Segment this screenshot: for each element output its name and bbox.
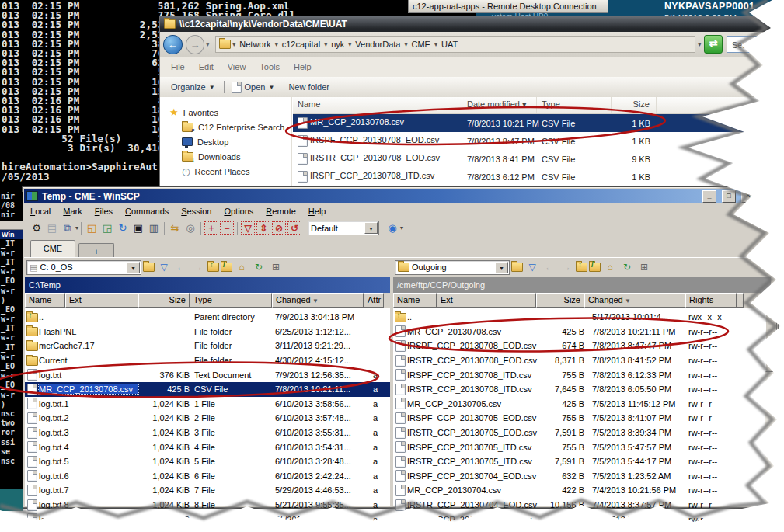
find-files-icon[interactable]: ◎ bbox=[183, 221, 197, 235]
address-dropdown-icon[interactable]: ▾ bbox=[698, 41, 701, 48]
file-row[interactable]: ↑..5/17/2013 10:01:4...rwx--x--x bbox=[393, 310, 771, 325]
breadcrumb-item[interactable]: c12capital bbox=[280, 40, 323, 49]
winscp-menu-mark[interactable]: Mark bbox=[63, 207, 82, 216]
breadcrumb-item[interactable]: nyk bbox=[329, 40, 347, 49]
file-row[interactable]: CurrentFile folder4/30/2012 4:15:12... bbox=[25, 353, 390, 368]
open-folder-icon[interactable] bbox=[511, 263, 523, 272]
forward-icon[interactable]: → bbox=[191, 260, 205, 274]
breadcrumb-item[interactable]: UAT bbox=[439, 40, 460, 49]
file-row[interactable]: MR_CCP_20130704.csv422 B7/4/2013 10:21:5… bbox=[393, 483, 771, 498]
address-book-icon[interactable]: ▤ bbox=[45, 221, 59, 235]
organize-dropdown-icon[interactable]: ▼ bbox=[209, 84, 215, 91]
local-path-bar[interactable]: C:\Temp bbox=[25, 277, 390, 293]
session-tab-cme[interactable]: CME bbox=[30, 240, 75, 257]
column-header-type[interactable]: Type bbox=[537, 97, 612, 113]
file-row[interactable]: ↑..Parent directory7/9/2013 3:04:18 PM bbox=[25, 310, 390, 325]
explorer-menu-item[interactable]: Tools bbox=[260, 62, 280, 71]
winscp-menu-files[interactable]: Files bbox=[95, 207, 113, 216]
remove-from-selection-icon[interactable]: − bbox=[220, 221, 234, 235]
swap-selection-icon[interactable]: ⇕ bbox=[256, 221, 270, 235]
clear-selection-icon[interactable]: ⊘ bbox=[272, 221, 286, 235]
sync-browsing-icon[interactable]: ◉ bbox=[385, 221, 399, 235]
file-row[interactable]: IRSPF_CCP_20130708_EOD.csv7/8/2013 8:47 … bbox=[293, 132, 780, 150]
dropdown-arrow-icon[interactable]: ▾ bbox=[127, 262, 140, 273]
column-header-name[interactable]: Name bbox=[293, 97, 462, 113]
explorer-menu-item[interactable]: Edit bbox=[199, 62, 214, 71]
file-row[interactable]: IRSPF_CCP_20130708_EOD.csv674 B7/8/2013 … bbox=[393, 339, 771, 353]
maximize-button[interactable]: □ bbox=[722, 190, 736, 203]
filter-icon[interactable]: ▽ bbox=[157, 260, 171, 274]
file-row[interactable]: log.txt.41,024 KiB4 File6/10/2013 3:54:3… bbox=[25, 440, 390, 454]
rdp-connection-bar[interactable]: c12-app-uat-apps - Remote Desktop Connec… bbox=[408, 0, 608, 13]
file-row[interactable]: FlashPNLFile folder6/25/2013 1:12:12... bbox=[25, 325, 390, 339]
open-button[interactable]: Open bbox=[245, 82, 266, 92]
copy-icon[interactable]: ⧉ bbox=[61, 221, 75, 235]
file-row[interactable]: log.txt.91,025 KiB5/ /2013a bbox=[25, 512, 390, 527]
winscp-menu-remote[interactable]: Remote bbox=[266, 207, 296, 216]
file-row[interactable]: log.txt.61,024 KiB6 File6/10/2013 2:42:2… bbox=[25, 469, 390, 484]
nav-item-c12-enterprise-search[interactable]: ⌕C12 Enterprise Search bbox=[160, 120, 291, 134]
open-dropdown-icon[interactable]: ▼ bbox=[268, 84, 274, 91]
winscp-menu-options[interactable]: Options bbox=[224, 207, 253, 216]
file-row[interactable]: IRSPF_CCP_20130705_EOD.csv755 B7/5/2013 … bbox=[393, 411, 771, 426]
invert-selection-icon[interactable]: ↺ bbox=[287, 221, 301, 235]
file-row[interactable]: MR_CCP_20130708.csv425 BCSV File7/8/2013… bbox=[25, 382, 390, 397]
abort-icon[interactable]: ◲ bbox=[100, 221, 114, 235]
explorer-title-bar[interactable]: \\c12capital\nyk\VendorData\CME\UAT bbox=[160, 16, 780, 32]
home-icon[interactable]: ⌂ bbox=[603, 260, 617, 274]
file-row[interactable]: IRSPF_CCP_20130708_ITD.csv7/8/2013 6:12 … bbox=[293, 168, 780, 186]
organize-button[interactable]: Organize bbox=[171, 82, 206, 92]
winscp-menu-help[interactable]: Help bbox=[308, 207, 326, 216]
column-header-date-modified[interactable]: Date modified ▾ bbox=[462, 97, 537, 113]
root-folder-icon[interactable]: / bbox=[589, 263, 601, 272]
dropdown-arrow-icon[interactable]: ▾ bbox=[364, 222, 378, 234]
column-header-type[interactable]: Type bbox=[190, 293, 272, 308]
new-tab-button[interactable]: + bbox=[78, 243, 114, 257]
add-to-selection-icon[interactable]: + bbox=[204, 221, 218, 235]
file-row[interactable]: IRSPF_CCP_20130704_ITD.csv707 B7/4/2013 … bbox=[393, 512, 771, 527]
column-header-changed[interactable]: Changed ▼ bbox=[584, 293, 685, 308]
new-folder-button[interactable]: New folder bbox=[288, 82, 329, 92]
nav-item-desktop[interactable]: Desktop bbox=[160, 134, 291, 149]
putty-icon[interactable]: ▥ bbox=[147, 221, 161, 235]
parent-folder-icon[interactable]: ↑ bbox=[207, 263, 219, 272]
winscp-menu-local[interactable]: Local bbox=[30, 207, 51, 216]
history-dropdown-icon[interactable]: ▾ bbox=[206, 41, 209, 48]
column-header-size[interactable]: Size bbox=[536, 293, 584, 308]
file-row[interactable]: IRSPF_CCP_20130705_ITD.csv755 B7/5/2013 … bbox=[393, 440, 771, 454]
nav-item-downloads[interactable]: ↓Downloads bbox=[160, 149, 291, 164]
back-button[interactable]: ← bbox=[163, 35, 183, 54]
winscp-menu-session[interactable]: Session bbox=[181, 207, 211, 216]
console-icon[interactable]: ▣ bbox=[131, 221, 145, 235]
file-row[interactable]: log.txt.11,024 KiB1 File6/10/2013 3:58:5… bbox=[25, 397, 390, 412]
select-filter-icon[interactable]: ▽ bbox=[241, 221, 255, 235]
dropdown-arrow-icon[interactable]: ▾ bbox=[75, 224, 78, 231]
file-row[interactable]: IRSTR_CCP_20130708_EOD.csv7/8/2013 8:41 … bbox=[293, 150, 780, 168]
preferences-icon[interactable]: ⚙ bbox=[30, 221, 44, 235]
nav-favorites[interactable]: ★Favorites bbox=[160, 105, 291, 120]
file-row[interactable]: log.txt376 KiBText Document7/9/2013 12:5… bbox=[25, 367, 390, 382]
close-button[interactable]: × bbox=[741, 190, 755, 203]
file-row[interactable]: log.txt.71,024 KiB7 File5/29/2013 4:46:5… bbox=[25, 483, 390, 498]
file-row[interactable]: MR_CCP_20130708.csv425 B7/8/2013 10:21:1… bbox=[393, 325, 771, 339]
file-row[interactable]: IRSPF_CCP_20130704_EOD.csv632 B7/5/2013 … bbox=[393, 469, 771, 484]
column-header-name[interactable]: Name bbox=[393, 293, 437, 308]
search-input[interactable]: Sear bbox=[727, 36, 780, 53]
minimize-button[interactable]: _ bbox=[702, 190, 716, 203]
column-header-attr[interactable]: Attr bbox=[364, 293, 384, 308]
tree-icon[interactable]: ⊞ bbox=[637, 260, 651, 274]
file-row[interactable]: IRSTR_CCP_20130705_EOD.csv7,591 B7/5/201… bbox=[393, 426, 771, 440]
file-row[interactable]: IRSTR_CCP_20130708_ITD.csv7,645 B7/8/201… bbox=[393, 382, 771, 397]
local-drive-combo[interactable]: ▤ C: 0_OS▾ bbox=[26, 260, 141, 275]
file-row[interactable]: mcrCache7.17File folder3/11/2013 9:21:29… bbox=[25, 339, 390, 353]
file-row[interactable]: IRSTR_CCP_20130704_EOD.csv10,156 B7/4/20… bbox=[393, 498, 771, 513]
file-row[interactable]: log.txt.21,024 KiB2 File6/10/2013 3:57:4… bbox=[25, 411, 390, 426]
file-row[interactable]: IRSPF_CCP_20130708_ITD.csv755 B7/8/2013 … bbox=[393, 367, 771, 382]
column-header-size[interactable]: Size bbox=[138, 293, 190, 308]
refresh-button[interactable]: ⇄ bbox=[704, 35, 723, 54]
open-session-icon[interactable]: ◱ bbox=[85, 221, 99, 235]
explorer-menu-item[interactable]: Help bbox=[294, 62, 312, 71]
column-header-ext[interactable]: Ext bbox=[437, 293, 536, 308]
back-icon[interactable]: ← bbox=[542, 260, 556, 274]
open-folder-icon[interactable] bbox=[143, 263, 155, 272]
